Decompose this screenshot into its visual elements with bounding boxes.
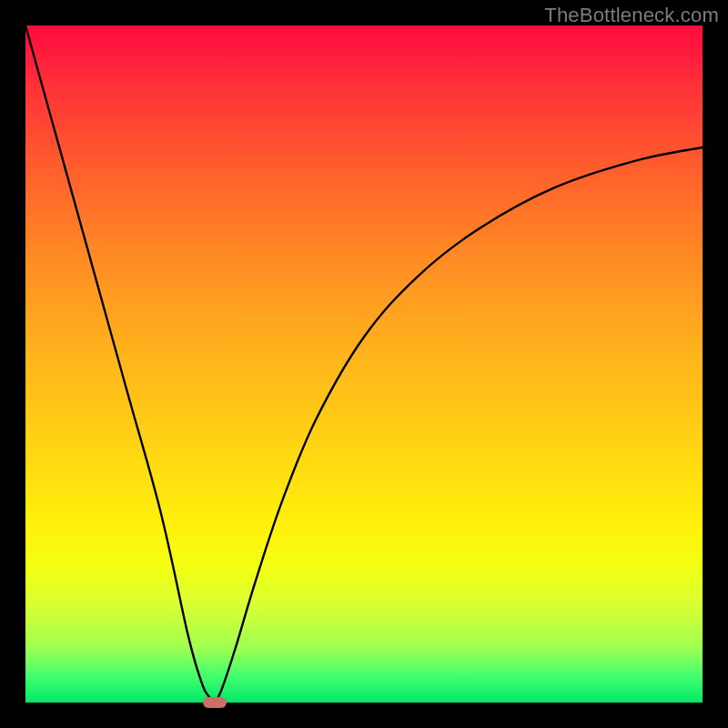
curve-path bbox=[25, 25, 703, 703]
watermark-text: TheBottleneck.com bbox=[544, 4, 719, 27]
min-marker bbox=[203, 697, 227, 708]
plot-area bbox=[25, 25, 703, 703]
curve-svg bbox=[25, 25, 703, 703]
chart-frame: TheBottleneck.com bbox=[0, 0, 728, 728]
